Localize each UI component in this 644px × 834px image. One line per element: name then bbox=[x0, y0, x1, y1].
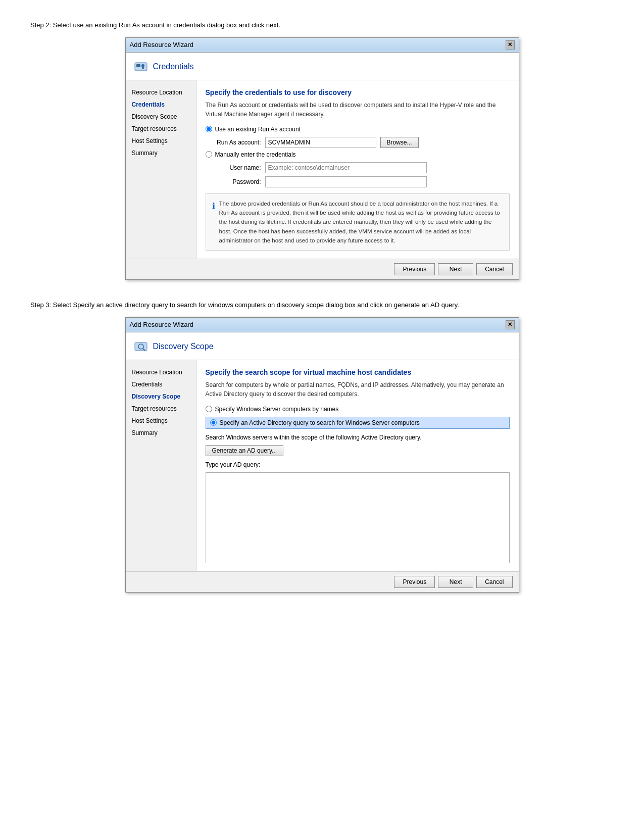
runas-input[interactable] bbox=[265, 137, 376, 148]
credentials-icon bbox=[134, 60, 148, 74]
nav-resource-location[interactable]: Resource Location bbox=[126, 86, 196, 99]
radio-ad-query-highlighted[interactable]: Specify an Active Directory query to sea… bbox=[206, 417, 510, 429]
dialog2-titlebar: Add Resource Wizard ✕ bbox=[126, 318, 519, 332]
nav-host-settings[interactable]: Host Settings bbox=[126, 135, 196, 147]
nav-target-resources[interactable]: Target resources bbox=[126, 123, 196, 135]
nav-summary[interactable]: Summary bbox=[126, 147, 196, 159]
runas-account-row: Run As account: Browse... bbox=[216, 137, 510, 148]
dialog1-footer: Previous Next Cancel bbox=[126, 259, 519, 279]
radio-manual-creds-label: Manually enter the credentials bbox=[215, 151, 296, 158]
credentials-dialog: Add Resource Wizard ✕ Credentials Resour… bbox=[125, 37, 519, 280]
radio-existing-runas-label: Use an existing Run As account bbox=[215, 126, 301, 133]
svg-rect-3 bbox=[142, 67, 144, 69]
dialog1-header: Credentials bbox=[126, 53, 519, 80]
discovery-scope-dialog: Add Resource Wizard ✕ Discovery Scope Re… bbox=[125, 317, 519, 593]
password-row: Password: bbox=[216, 176, 510, 187]
nav-credentials[interactable]: Credentials bbox=[126, 99, 196, 111]
username-input[interactable] bbox=[265, 162, 427, 173]
info-icon: ℹ bbox=[212, 200, 215, 246]
svg-point-2 bbox=[141, 64, 144, 67]
dialog1-header-title: Credentials bbox=[153, 62, 194, 71]
dialog1-close-button[interactable]: ✕ bbox=[506, 40, 515, 50]
panel2-title: Specify the search scope for virtual mac… bbox=[206, 368, 510, 376]
dialog1-next-button[interactable]: Next bbox=[438, 263, 473, 275]
nav2-credentials[interactable]: Credentials bbox=[126, 378, 196, 390]
browse-button[interactable]: Browse... bbox=[380, 137, 419, 148]
step3-text: Step 3: Select Specify an active directo… bbox=[30, 300, 614, 310]
type-query-label: Type your AD query: bbox=[206, 461, 510, 468]
dialog1-nav: Resource Location Credentials Discovery … bbox=[126, 80, 196, 259]
dialog2-previous-button[interactable]: Previous bbox=[394, 576, 435, 588]
dialog1-content: Resource Location Credentials Discovery … bbox=[126, 80, 519, 259]
info-box: ℹ The above provided credentials or Run … bbox=[206, 193, 510, 251]
search-scope-label: Search Windows servers within the scope … bbox=[206, 434, 510, 441]
radio-existing-runas-input[interactable] bbox=[206, 126, 212, 132]
dialog2-next-button[interactable]: Next bbox=[438, 576, 473, 588]
generate-ad-query-button[interactable]: Generate an AD query... bbox=[206, 445, 284, 456]
dialog2-close-button[interactable]: ✕ bbox=[506, 320, 515, 329]
svg-rect-1 bbox=[136, 64, 140, 67]
ad-query-textarea[interactable] bbox=[206, 472, 510, 563]
radio-specify-names-input[interactable] bbox=[206, 406, 212, 412]
dialog2-nav: Resource Location Credentials Discovery … bbox=[126, 360, 196, 571]
dialog2-header: Discovery Scope bbox=[126, 332, 519, 360]
dialog2-header-title: Discovery Scope bbox=[153, 342, 214, 351]
discovery-scope-icon bbox=[134, 339, 148, 354]
dialog2-footer: Previous Next Cancel bbox=[126, 571, 519, 592]
radio-specify-names[interactable]: Specify Windows Server computers by name… bbox=[206, 406, 510, 413]
radio-specify-names-label: Specify Windows Server computers by name… bbox=[215, 406, 339, 413]
dialog1-titlebar: Add Resource Wizard ✕ bbox=[126, 38, 519, 53]
info-text: The above provided credentials or Run As… bbox=[219, 199, 503, 246]
dialog1-previous-button[interactable]: Previous bbox=[394, 263, 435, 275]
radio-ad-query-label: Specify an Active Directory query to sea… bbox=[220, 419, 420, 426]
dialog2-panel: Specify the search scope for virtual mac… bbox=[196, 360, 519, 571]
dialog1-cancel-button[interactable]: Cancel bbox=[476, 263, 512, 275]
nav2-summary[interactable]: Summary bbox=[126, 427, 196, 439]
username-label: User name: bbox=[216, 164, 261, 171]
panel1-description: The Run As account or credentials will b… bbox=[206, 101, 510, 119]
radio-existing-runas[interactable]: Use an existing Run As account bbox=[206, 126, 510, 133]
dialog2-cancel-button[interactable]: Cancel bbox=[476, 576, 512, 588]
nav2-host-settings[interactable]: Host Settings bbox=[126, 415, 196, 427]
password-label: Password: bbox=[216, 178, 261, 185]
radio-ad-query-input[interactable] bbox=[210, 419, 217, 426]
password-input[interactable] bbox=[265, 176, 427, 187]
nav-discovery-scope[interactable]: Discovery Scope bbox=[126, 111, 196, 123]
dialog1-panel: Specify the credentials to use for disco… bbox=[196, 80, 519, 259]
runas-label: Run As account: bbox=[216, 139, 261, 146]
radio-manual-creds-input[interactable] bbox=[206, 151, 212, 158]
dialog2-title: Add Resource Wizard bbox=[130, 321, 193, 328]
radio-manual-creds[interactable]: Manually enter the credentials bbox=[206, 151, 510, 158]
panel1-title: Specify the credentials to use for disco… bbox=[206, 88, 510, 96]
nav2-target-resources[interactable]: Target resources bbox=[126, 403, 196, 415]
dialog1-title: Add Resource Wizard bbox=[130, 41, 193, 48]
nav2-discovery-scope[interactable]: Discovery Scope bbox=[126, 390, 196, 403]
panel2-description: Search for computers by whole or partial… bbox=[206, 380, 510, 399]
dialog2-content: Resource Location Credentials Discovery … bbox=[126, 360, 519, 571]
username-row: User name: bbox=[216, 162, 510, 173]
nav2-resource-location[interactable]: Resource Location bbox=[126, 366, 196, 378]
step2-text: Step 2: Select use an existing Run As ac… bbox=[30, 20, 614, 30]
